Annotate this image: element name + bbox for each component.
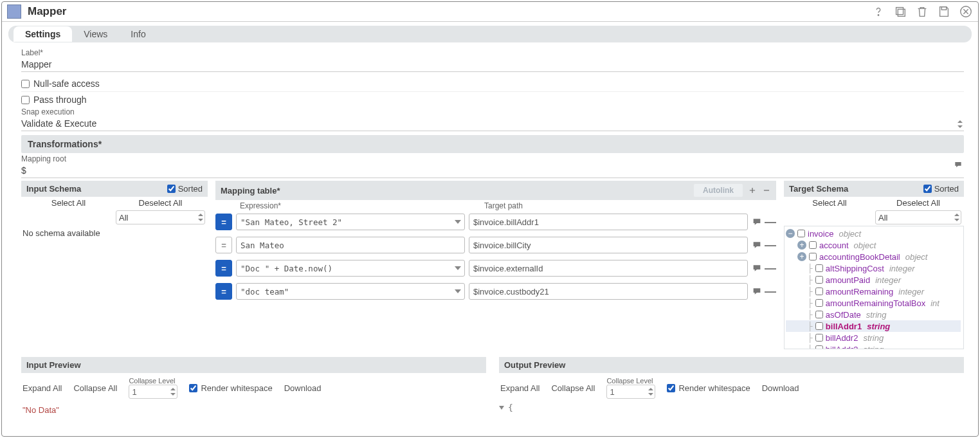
input-download[interactable]: Download bbox=[284, 383, 322, 393]
input-collapse-level-select[interactable]: 1 bbox=[129, 385, 177, 399]
expand-icon[interactable]: + bbox=[797, 241, 806, 250]
expression-input[interactable] bbox=[236, 237, 465, 253]
output-collapse-all[interactable]: Collapse All bbox=[551, 383, 595, 393]
mapping-root-input[interactable] bbox=[21, 163, 964, 178]
delete-row-icon[interactable]: — bbox=[765, 287, 776, 295]
snapexec-value[interactable] bbox=[21, 116, 964, 131]
input-select-all[interactable]: Select All bbox=[24, 198, 113, 208]
tree-checkbox[interactable] bbox=[809, 241, 817, 249]
collapse-icon[interactable]: − bbox=[786, 229, 795, 238]
nullsafe-checkbox[interactable] bbox=[21, 80, 30, 88]
tab-settings[interactable]: Settings bbox=[14, 26, 72, 42]
target-sorted-checkbox[interactable] bbox=[923, 185, 932, 193]
target-path-input[interactable] bbox=[469, 237, 748, 253]
comment-icon[interactable] bbox=[752, 240, 762, 250]
add-row-icon[interactable] bbox=[748, 186, 757, 195]
input-preview: Input Preview Expand All Collapse All Co… bbox=[21, 357, 486, 417]
tree-checkbox[interactable] bbox=[815, 299, 823, 307]
passthrough-checkbox[interactable] bbox=[21, 96, 30, 104]
remove-row-icon[interactable] bbox=[762, 186, 771, 195]
target-path-input[interactable] bbox=[469, 260, 748, 277]
tree-row[interactable]: ├asOfDatestring bbox=[786, 309, 961, 320]
label-input[interactable] bbox=[21, 57, 964, 72]
expression-input[interactable] bbox=[236, 283, 465, 300]
tree-checkbox[interactable] bbox=[797, 230, 805, 237]
autolink-button[interactable]: Autolink bbox=[694, 184, 743, 197]
target-sorted[interactable]: Sorted bbox=[923, 184, 959, 194]
delete-row-icon[interactable]: — bbox=[765, 241, 776, 249]
expression-input-wrap bbox=[236, 260, 465, 277]
tree-checkbox[interactable] bbox=[815, 276, 823, 284]
output-expand-all[interactable]: Expand All bbox=[500, 383, 540, 393]
output-render-ws-checkbox[interactable] bbox=[667, 384, 675, 392]
input-sorted-checkbox[interactable] bbox=[167, 185, 176, 193]
tree-checkbox[interactable] bbox=[815, 264, 823, 272]
tree-checkbox[interactable] bbox=[815, 287, 823, 295]
tree-row[interactable]: −invoiceobject bbox=[786, 228, 961, 239]
delete-row-icon[interactable]: — bbox=[765, 264, 776, 272]
comment-icon[interactable] bbox=[752, 217, 762, 227]
input-render-ws[interactable]: Render whitespace bbox=[189, 383, 272, 393]
save-icon[interactable] bbox=[937, 5, 951, 19]
target-select-all[interactable]: Select All bbox=[786, 198, 873, 208]
copy-icon[interactable] bbox=[893, 5, 907, 19]
row-actions: — bbox=[752, 286, 776, 297]
trash-icon[interactable] bbox=[915, 5, 929, 19]
dropdown-arrow-icon[interactable] bbox=[455, 289, 461, 293]
tree-row[interactable]: ├billAddr2string bbox=[786, 332, 961, 343]
expression-input[interactable] bbox=[236, 260, 465, 277]
input-collapse-all[interactable]: Collapse All bbox=[73, 383, 117, 393]
tree-checkbox[interactable] bbox=[815, 345, 823, 349]
target-path-input[interactable] bbox=[469, 283, 748, 300]
expand-icon[interactable]: + bbox=[797, 252, 806, 261]
tree-row[interactable]: ├billAddr3string bbox=[786, 343, 961, 349]
expression-toggle[interactable]: = bbox=[215, 283, 232, 300]
dropdown-arrow-icon[interactable] bbox=[455, 266, 461, 270]
snapexec-select[interactable] bbox=[21, 116, 964, 131]
target-deselect-all[interactable]: Deselect All bbox=[875, 198, 961, 208]
output-render-ws[interactable]: Render whitespace bbox=[667, 383, 750, 393]
tree-checkbox[interactable] bbox=[815, 334, 823, 342]
comment-icon[interactable] bbox=[752, 263, 762, 273]
expression-input-wrap bbox=[236, 237, 465, 253]
output-collapse-level-select[interactable]: 1 bbox=[606, 385, 655, 399]
expand-toggle-icon[interactable] bbox=[499, 406, 504, 410]
tree-row[interactable]: +accountobject bbox=[786, 239, 961, 251]
svg-point-0 bbox=[878, 15, 878, 15]
input-expand-all[interactable]: Expand All bbox=[23, 383, 62, 393]
delete-row-icon[interactable]: — bbox=[765, 218, 776, 226]
output-download[interactable]: Download bbox=[762, 383, 799, 393]
svg-rect-3 bbox=[941, 7, 946, 10]
input-deselect-all[interactable]: Deselect All bbox=[116, 198, 205, 208]
tree-row[interactable]: ├amountRemaininginteger bbox=[786, 286, 961, 297]
input-filter-select[interactable]: All bbox=[116, 210, 205, 224]
tree-checkbox[interactable] bbox=[809, 253, 817, 260]
target-schema-header: Target Schema Sorted bbox=[784, 181, 964, 197]
tree-row[interactable]: ├altShippingCostinteger bbox=[786, 262, 961, 274]
expression-toggle[interactable]: = bbox=[215, 237, 232, 253]
tree-row[interactable]: ├billAddr1string bbox=[786, 320, 961, 332]
tree-row[interactable]: ├amountRemainingTotalBoxint bbox=[786, 297, 961, 309]
tree-checkbox[interactable] bbox=[815, 322, 823, 330]
input-sorted[interactable]: Sorted bbox=[167, 184, 203, 194]
expression-input[interactable] bbox=[236, 214, 465, 230]
tree-node-name: amountRemainingTotalBox bbox=[826, 298, 925, 308]
tree-row[interactable]: ├amountPaidinteger bbox=[786, 274, 961, 286]
settings-content: Label* Null-safe access Pass through Sna… bbox=[7, 48, 975, 435]
tree-checkbox[interactable] bbox=[815, 311, 823, 318]
tab-views[interactable]: Views bbox=[72, 26, 119, 42]
expression-toggle[interactable]: = bbox=[215, 260, 232, 277]
target-path-input[interactable] bbox=[469, 214, 748, 230]
tab-info[interactable]: Info bbox=[119, 26, 157, 42]
dropdown-arrow-icon[interactable] bbox=[455, 220, 461, 224]
expression-toggle[interactable]: = bbox=[215, 214, 232, 230]
tree-row[interactable]: +accountingBookDetailobject bbox=[786, 251, 961, 262]
tree-node-type: string bbox=[867, 322, 890, 331]
input-render-ws-checkbox[interactable] bbox=[189, 384, 197, 392]
comment-icon[interactable] bbox=[752, 286, 762, 297]
help-icon[interactable] bbox=[871, 5, 885, 19]
target-filter-select[interactable]: All bbox=[875, 210, 961, 224]
input-filter-value: All bbox=[119, 213, 128, 223]
close-icon[interactable] bbox=[959, 5, 973, 19]
target-schema-tree[interactable]: −invoiceobject+accountobject+accountingB… bbox=[784, 226, 964, 349]
